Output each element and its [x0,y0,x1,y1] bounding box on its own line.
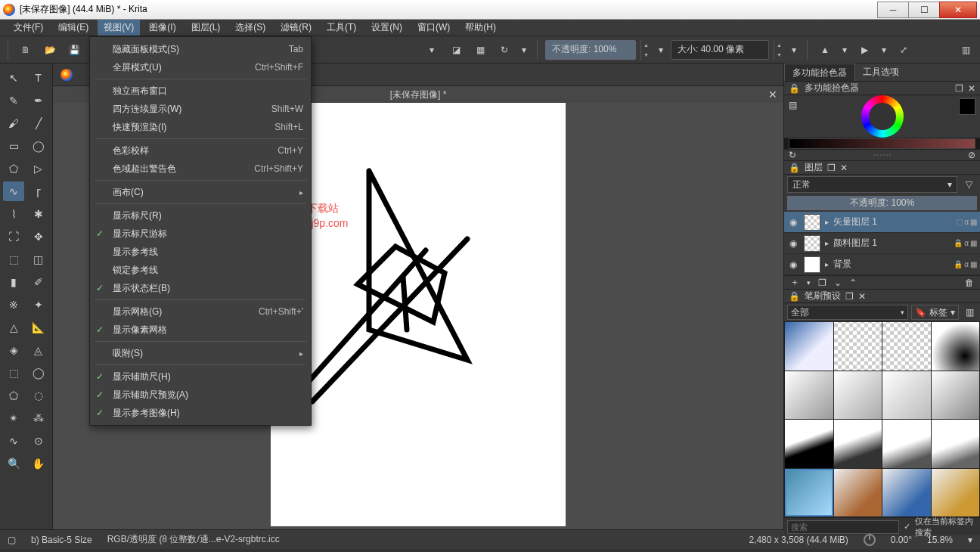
menu-item[interactable]: 四方连续显示(W)Shift+W [90,100,311,118]
brush-preset[interactable] [785,371,833,420]
tool-zoom[interactable]: 🔍 [3,454,24,473]
tool-multibrush[interactable]: ✱ [28,204,49,224]
chevron-down-icon[interactable]: ▾ [656,40,666,60]
brush-preset[interactable] [882,371,931,420]
tool-select-contiguous[interactable]: ✴ [3,408,24,428]
tool-select-bezier[interactable]: ∿ [3,431,24,451]
menu-6[interactable]: 滤镜(R) [274,20,318,36]
refresh-icon[interactable]: ↻ [789,150,796,160]
add-layer-button[interactable]: ＋ [790,276,799,289]
new-doc-button[interactable]: 🗎 [16,40,36,60]
layer-row[interactable]: ◉▸矢量图层 1⬚α▦ [784,212,980,233]
menu-item[interactable]: 全屏模式(U)Ctrl+Shift+F [90,58,311,76]
menu-item[interactable]: ✓显示辅助尺(H) [90,367,311,386]
tool-fill[interactable]: ▮ [3,272,24,292]
tool-color-picker[interactable]: ✐ [28,272,49,292]
menu-1[interactable]: 编辑(E) [52,20,95,36]
close-button[interactable]: ✕ [939,2,977,18]
menu-7[interactable]: 工具(T) [321,20,362,36]
float-panel-button[interactable]: ❐ [955,83,963,94]
lock-icon[interactable]: ⬚ [956,218,963,226]
color-config-icon[interactable]: ▤ [789,100,797,110]
menu-item[interactable]: 吸附(S)▸ [90,344,311,362]
tool-select-ellipse[interactable]: ◯ [28,363,49,383]
menu-item[interactable]: ✓显示状态栏(B) [90,279,311,297]
move-down-button[interactable]: ⌄ [834,278,842,288]
filter-icon[interactable]: ▽ [960,175,977,194]
chevron-down-icon[interactable]: ▾ [879,40,889,60]
visibility-icon[interactable]: ◉ [787,217,799,228]
tool-select-similar[interactable]: ⁂ [28,408,49,428]
chevron-down-icon[interactable]: ▾ [807,279,811,287]
chevron-down-icon[interactable]: ▾ [789,40,799,60]
menu-10[interactable]: 帮助(H) [459,20,502,36]
menu-3[interactable]: 图像(I) [143,20,181,36]
open-button[interactable]: 📂 [40,40,60,60]
expand-icon[interactable]: ▸ [825,239,829,247]
size-spinner[interactable]: ▲▼ [774,40,784,60]
brush-preset[interactable] [882,420,931,468]
shade-strip[interactable] [789,138,975,149]
menu-item[interactable]: 独立画布窗口 [90,82,311,100]
tool-smart-fill[interactable]: ✦ [28,295,49,315]
brush-settings-button[interactable]: ▥ [962,302,977,322]
tool-smart-patch[interactable]: ※ [3,295,24,315]
save-button[interactable]: 💾 [64,40,84,60]
brush-tags-button[interactable]: 🔖标签▾ [911,305,959,320]
menu-item[interactable]: 色彩校样Ctrl+Y [90,141,311,160]
tool-crop[interactable]: ⬚ [3,250,24,269]
tool-dynamic-brush[interactable]: ⌇ [3,204,24,224]
color-history[interactable] [784,138,980,150]
tool-brush[interactable]: 🖌 [3,113,24,133]
tool-reference[interactable]: ◈ [3,340,24,360]
float-panel-button[interactable]: ❐ [827,163,836,173]
checkbox-only-current[interactable]: ✓ [904,522,910,532]
lock-icon[interactable]: 🔒 [954,239,963,247]
tool-select-poly[interactable]: ⬠ [3,386,24,405]
chevron-down-icon[interactable]: ▾ [839,40,850,60]
menu-9[interactable]: 窗口(W) [411,20,456,36]
brush-preset[interactable] [785,420,833,468]
brush-preset[interactable] [834,469,882,517]
minimize-button[interactable]: ─ [877,2,909,18]
tool-line[interactable]: ╱ [28,113,49,133]
wrap-around-button[interactable]: ⤢ [894,40,913,60]
current-color-swatch[interactable] [959,98,975,115]
menu-2[interactable]: 视图(V) [98,20,140,36]
tool-select-rect[interactable]: ⬚ [3,363,24,383]
tool-pan[interactable]: ✋ [28,454,49,473]
tool-polygon[interactable]: ⬠ [3,159,24,178]
tool-select-free[interactable]: ◌ [28,386,49,405]
tool-something2[interactable]: ◬ [28,340,49,360]
brush-preset[interactable] [834,322,882,371]
mirror-horizontal-button[interactable]: ▲ [815,40,835,60]
brush-size-field[interactable]: 大小: 40.00 像素 [671,40,769,60]
brush-preset[interactable] [834,371,882,420]
tool-select-magnetic[interactable]: ⊙ [28,431,49,451]
workspace-button[interactable]: ▥ [956,40,975,60]
menu-4[interactable]: 图层(L) [185,20,227,36]
layer-row[interactable]: ◉▸背景🔒α▦ [784,254,980,275]
brush-preset[interactable] [834,420,882,468]
menu-item[interactable]: ✓显示像素网格 [90,321,311,339]
close-panel-button[interactable]: ✕ [858,291,866,302]
tool-transform[interactable]: ⛶ [3,227,24,247]
brush-preset[interactable] [882,469,931,517]
forbidden-icon[interactable]: ⊘ [968,150,975,160]
tool-something[interactable]: ◫ [28,250,49,269]
hue-wheel[interactable] [861,95,904,138]
brush-preset[interactable] [932,322,980,371]
tool-move[interactable]: ↖ [3,68,24,88]
chevron-down-icon[interactable]: ▾ [519,40,529,60]
menu-item[interactable]: ✓显示辅助尺预览(A) [90,386,311,404]
move-up-button[interactable]: ⌃ [849,278,857,288]
tool-freehand-path[interactable]: ɼ [28,181,49,201]
menu-item[interactable]: ✓显示参考图像(H) [90,404,311,422]
visibility-icon[interactable]: ◉ [787,238,799,249]
tool-calligraphy[interactable]: ✒ [28,91,49,110]
menu-item[interactable]: 显示网格(G)Ctrl+Shift+' [90,302,311,321]
rotation-dial[interactable] [864,534,876,546]
zoom-chevron-icon[interactable]: ▾ [968,535,972,545]
layer-row[interactable]: ◉▸颜料图层 1🔒α▦ [784,233,980,254]
menu-item[interactable]: 显示参考线 [90,243,311,261]
